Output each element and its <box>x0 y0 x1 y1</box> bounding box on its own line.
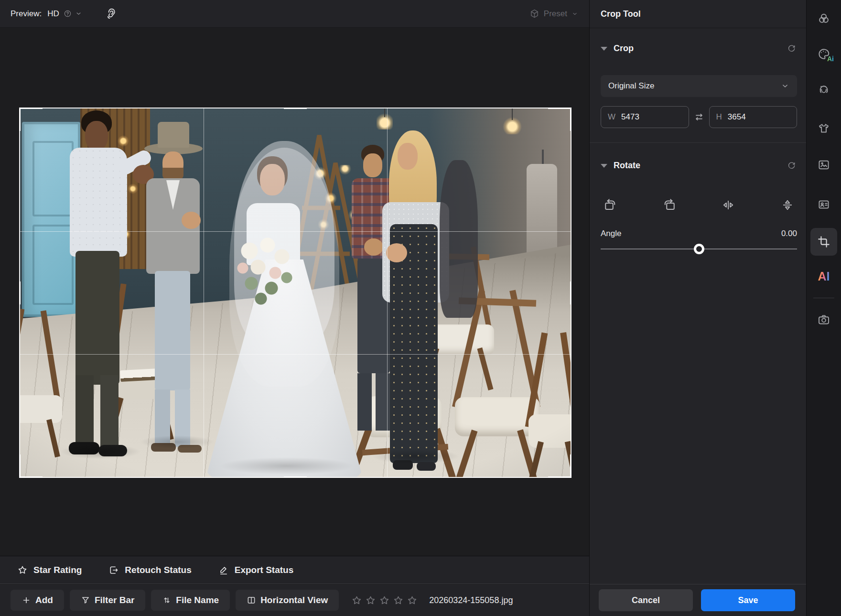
crop-section-title: Crop <box>614 43 634 54</box>
export-status-label: Export Status <box>235 565 294 575</box>
filter-bar-button[interactable]: Filter Bar <box>70 590 145 611</box>
crop-reset-icon[interactable] <box>786 43 797 54</box>
background-image-tool-icon[interactable] <box>810 151 837 178</box>
crop-gridline-horizontal <box>20 354 571 355</box>
app-window: Preview: HD Preset <box>0 0 841 616</box>
top-toolbar: Preview: HD Preset <box>0 0 589 28</box>
preset-label: Preset <box>544 9 567 19</box>
ai-tools-label: AI <box>818 270 830 283</box>
preview-label: Preview: <box>11 9 42 19</box>
sort-arrows-icon <box>162 595 172 605</box>
add-label: Add <box>35 595 53 605</box>
crop-width-box[interactable]: W <box>601 106 689 128</box>
crop-dimensions: W H <box>601 106 797 128</box>
crop-gridline-horizontal <box>20 231 571 232</box>
section-divider <box>590 142 806 143</box>
crop-size-preset-select[interactable]: Original Size <box>601 75 797 97</box>
star-rating-button[interactable]: Star Rating <box>17 565 82 575</box>
retouch-status-button[interactable]: Retouch Status <box>108 565 191 575</box>
horizontal-view-button[interactable]: Horizontal View <box>236 590 339 611</box>
rotate-actions <box>601 197 797 213</box>
panel-title: Crop Tool <box>590 0 806 28</box>
crop-handle-w[interactable] <box>19 281 21 304</box>
photo[interactable] <box>19 108 571 478</box>
crop-tool-panel: Crop Tool Crop Original Size W H <box>589 0 806 616</box>
crop-handle-nw[interactable] <box>19 108 43 131</box>
collapse-triangle-icon[interactable] <box>601 47 607 51</box>
camera-tool-icon[interactable] <box>810 306 837 333</box>
current-filename: 20260324-155058.jpg <box>429 595 513 605</box>
ai-tools-icon[interactable]: AI <box>810 263 837 290</box>
color-circles-tool-icon[interactable] <box>810 5 837 32</box>
cancel-button[interactable]: Cancel <box>599 589 693 611</box>
rotate-section-header: Rotate <box>601 160 797 171</box>
angle-value: 0.00 <box>781 229 797 238</box>
crop-handle-sw[interactable] <box>19 454 43 478</box>
crop-handle-ne[interactable] <box>548 108 571 131</box>
strip-divider <box>813 298 834 298</box>
palette-icon: Ai <box>817 47 830 61</box>
crop-tool-icon[interactable] <box>810 228 837 256</box>
preset-button[interactable]: Preset <box>529 9 578 19</box>
pencil-icon <box>218 565 229 575</box>
crop-overlay[interactable] <box>19 108 571 478</box>
panel-footer: Cancel Save <box>590 584 806 616</box>
file-name-label: File Name <box>176 595 219 605</box>
rotate-reset-icon[interactable] <box>786 160 797 171</box>
crop-width-input[interactable] <box>621 112 681 122</box>
chevron-down-icon[interactable] <box>75 10 82 17</box>
preview-quality-value[interactable]: HD <box>47 9 59 19</box>
crop-gridline-vertical <box>387 108 388 477</box>
crop-size-preset-value: Original Size <box>608 81 654 91</box>
rating-star-icon[interactable] <box>365 595 376 606</box>
height-label: H <box>716 112 722 122</box>
editor-canvas[interactable] <box>0 28 589 556</box>
crop-gridline-vertical <box>204 108 204 477</box>
angle-row: Angle 0.00 <box>601 229 797 238</box>
width-label: W <box>608 112 615 122</box>
retouch-status-icon <box>108 565 119 575</box>
star-rating-label: Star Rating <box>33 565 82 575</box>
id-photo-tool-icon[interactable] <box>810 191 837 218</box>
tool-strip: Ai AI <box>806 0 841 616</box>
palette-ai-tool-icon[interactable]: Ai <box>810 41 837 67</box>
portrait-retouch-tool-icon[interactable] <box>810 76 837 103</box>
swap-dimensions-icon[interactable] <box>689 111 709 123</box>
clothing-tool-icon[interactable] <box>810 115 837 142</box>
rating-star-icon[interactable] <box>379 595 390 606</box>
ai-badge: Ai <box>827 55 834 63</box>
add-button[interactable]: Add <box>11 590 64 611</box>
bottom-status-bar: Star Rating Retouch Status Export Status <box>0 556 589 584</box>
ear-compare-icon[interactable] <box>104 6 119 21</box>
angle-slider[interactable] <box>601 243 797 255</box>
flip-horizontal-icon[interactable] <box>720 197 736 213</box>
plus-icon <box>22 595 31 605</box>
crop-handle-se[interactable] <box>548 454 571 478</box>
save-button[interactable]: Save <box>701 589 795 611</box>
angle-slider-thumb[interactable] <box>694 244 704 254</box>
crop-handle-s[interactable] <box>284 476 307 478</box>
rating-star-icon[interactable] <box>351 595 362 606</box>
filter-bar-label: Filter Bar <box>95 595 134 605</box>
export-status-button[interactable]: Export Status <box>218 565 294 575</box>
file-name-sort-button[interactable]: File Name <box>151 590 230 611</box>
chevron-down-icon <box>781 82 789 90</box>
rotate-right-icon[interactable] <box>661 197 678 213</box>
crop-height-input[interactable] <box>728 112 790 122</box>
split-view-icon <box>247 595 256 605</box>
rotate-left-icon[interactable] <box>602 197 618 213</box>
rating-stars <box>351 595 418 606</box>
rotate-section-title: Rotate <box>614 161 640 171</box>
rating-star-icon[interactable] <box>407 595 418 606</box>
rating-star-icon[interactable] <box>393 595 404 606</box>
flip-vertical-icon[interactable] <box>779 197 796 213</box>
crop-handle-e[interactable] <box>570 281 571 304</box>
crop-section-header: Crop <box>601 43 797 54</box>
crop-height-box[interactable]: H <box>709 106 798 128</box>
crop-handle-n[interactable] <box>284 108 307 109</box>
horizontal-view-label: Horizontal View <box>260 595 328 605</box>
help-icon[interactable] <box>64 10 72 18</box>
retouch-status-label: Retouch Status <box>125 565 191 575</box>
preset-cube-icon <box>529 9 539 19</box>
collapse-triangle-icon[interactable] <box>601 164 607 168</box>
